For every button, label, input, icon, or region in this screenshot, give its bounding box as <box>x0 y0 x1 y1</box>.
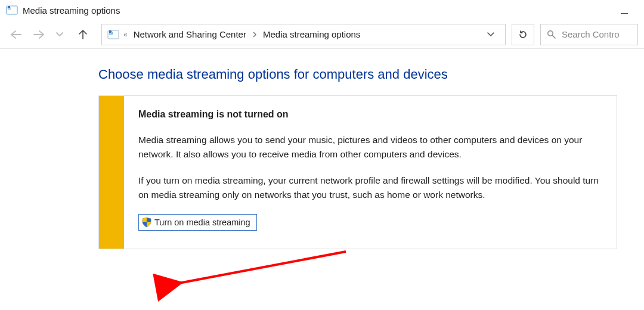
svg-line-7 <box>553 36 556 39</box>
uac-shield-icon <box>141 217 152 228</box>
recent-dropdown[interactable] <box>56 32 73 37</box>
window-title: Media streaming options <box>23 5 120 16</box>
toolbar: « Network and Sharing Center Media strea… <box>0 20 644 49</box>
info-title: Media streaming is not turned on <box>138 109 602 120</box>
address-dropdown[interactable] <box>487 32 500 37</box>
search-box[interactable]: Search Contro <box>540 24 638 45</box>
breadcrumb-network-sharing[interactable]: Network and Sharing Center <box>134 29 246 39</box>
address-bar-icon <box>107 28 120 41</box>
search-placeholder: Search Contro <box>562 29 620 39</box>
refresh-button[interactable] <box>512 24 534 45</box>
info-paragraph-1: Media streaming allows you to send your … <box>138 133 602 162</box>
back-button[interactable] <box>11 30 27 39</box>
minimize-button[interactable] <box>611 4 638 17</box>
info-paragraph-2: If you turn on media streaming, your cur… <box>138 173 602 202</box>
control-panel-icon <box>6 4 18 16</box>
breadcrumb-separator <box>252 32 257 38</box>
content-area: Choose media streaming options for compu… <box>0 49 644 249</box>
svg-point-2 <box>7 5 11 9</box>
breadcrumb-prefix: « <box>123 30 128 39</box>
info-panel: Media streaming is not turned on Media s… <box>98 95 617 249</box>
svg-line-8 <box>179 252 346 283</box>
breadcrumb-media-streaming[interactable]: Media streaming options <box>263 29 360 39</box>
forward-button[interactable] <box>33 30 50 39</box>
info-accent-bar <box>99 96 124 249</box>
address-bar[interactable]: « Network and Sharing Center Media strea… <box>101 24 506 45</box>
up-button[interactable] <box>79 30 95 39</box>
svg-point-6 <box>548 31 553 36</box>
svg-point-5 <box>109 30 112 33</box>
turn-on-media-streaming-button[interactable]: Turn on media streaming <box>138 214 257 231</box>
info-body: Media streaming is not turned on Media s… <box>124 96 617 249</box>
page-heading: Choose media streaming options for compu… <box>98 67 644 82</box>
title-bar: Media streaming options <box>0 0 644 20</box>
search-icon <box>547 30 556 39</box>
turn-on-button-label: Turn on media streaming <box>154 218 250 227</box>
